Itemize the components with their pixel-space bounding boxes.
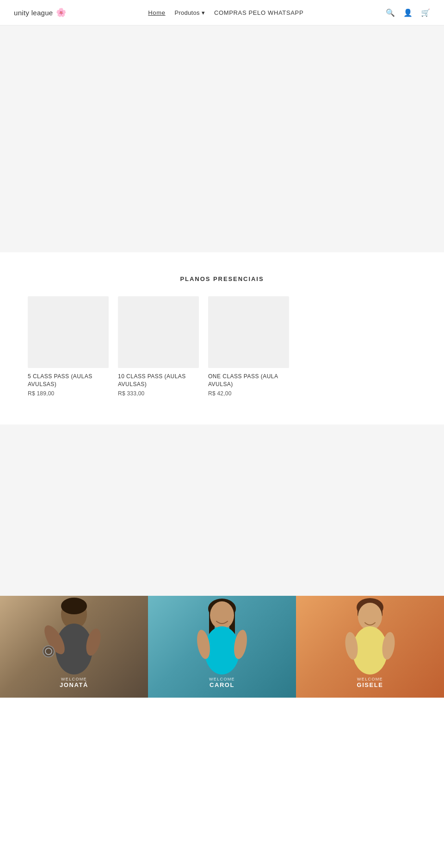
welcome-overlay-gisele: WELCOME GISELE	[296, 677, 444, 688]
search-icon: 🔍	[386, 8, 395, 17]
welcome-name: GISELE	[296, 681, 444, 688]
welcome-overlay-carol: WELCOME CAROL	[148, 677, 296, 688]
account-button[interactable]: 👤	[403, 8, 413, 17]
welcome-label: WELCOME	[148, 677, 296, 681]
cart-button[interactable]: 🛒	[421, 8, 430, 17]
product-card[interactable]: 5 CLASS PASS (Aulas avulsas) R$ 189,00	[28, 296, 109, 397]
cart-icon: 🛒	[421, 8, 430, 17]
product-image	[118, 296, 199, 368]
product-card[interactable]: 10 CLASS PASS (Aulas avulsas) R$ 333,00	[118, 296, 199, 397]
welcome-card-carol[interactable]: WELCOME CAROL	[148, 596, 296, 698]
welcome-card-jonata[interactable]: WELCOME JONATÁ	[0, 596, 148, 698]
jonata-figure	[0, 596, 148, 686]
nav-home[interactable]: Home	[148, 9, 165, 16]
product-price: R$ 189,00	[28, 390, 109, 397]
nav-produtos[interactable]: Produtos ▾	[175, 9, 205, 16]
carol-svg	[148, 596, 296, 686]
welcome-label: WELCOME	[0, 677, 148, 681]
welcome-section: WELCOME JONATÁ	[0, 596, 444, 698]
welcome-label: WELCOME	[296, 677, 444, 681]
product-name: 10 CLASS PASS (Aulas avulsas)	[118, 373, 199, 388]
welcome-card-gisele[interactable]: WELCOME GISELE	[296, 596, 444, 698]
account-icon: 👤	[403, 8, 413, 17]
product-image	[208, 296, 289, 368]
hero-banner	[0, 25, 444, 252]
logo[interactable]: unity league 🌸	[14, 7, 66, 18]
svg-point-11	[210, 601, 234, 629]
welcome-overlay-jonata: WELCOME JONATÁ	[0, 677, 148, 688]
search-button[interactable]: 🔍	[386, 8, 395, 17]
product-name: ONE CLASS PASS (Aula avulsa)	[208, 373, 289, 388]
site-header: unity league 🌸 Home Produtos ▾ COMPRAS P…	[0, 0, 444, 25]
product-price: R$ 42,00	[208, 390, 289, 397]
main-nav: Home Produtos ▾ COMPRAS PELO WHATSAPP	[148, 9, 303, 16]
logo-text: unity league	[14, 9, 53, 17]
welcome-name: CAROL	[148, 681, 296, 688]
product-card[interactable]: ONE CLASS PASS (Aula avulsa) R$ 42,00	[208, 296, 289, 397]
logo-icon: 🌸	[56, 7, 66, 18]
carol-figure	[148, 596, 296, 686]
product-name: 5 CLASS PASS (Aulas avulsas)	[28, 373, 109, 388]
products-section: PLANOS PRESENCIAIS 5 CLASS PASS (Aulas a…	[0, 252, 444, 425]
products-grid: 5 CLASS PASS (Aulas avulsas) R$ 189,00 1…	[28, 296, 416, 397]
section-title: PLANOS PRESENCIAIS	[28, 275, 416, 282]
svg-point-1	[61, 598, 87, 614]
banner-section-2	[0, 425, 444, 596]
product-image	[28, 296, 109, 368]
nav-whatsapp[interactable]: COMPRAS PELO WHATSAPP	[214, 9, 303, 16]
gisele-svg	[296, 596, 444, 686]
chevron-down-icon: ▾	[202, 9, 205, 16]
product-price: R$ 333,00	[118, 390, 199, 397]
svg-point-6	[43, 646, 54, 657]
header-icons: 🔍 👤 🛒	[386, 8, 430, 17]
gisele-figure	[296, 596, 444, 686]
welcome-name: JONATÁ	[0, 681, 148, 688]
jonata-svg	[0, 596, 148, 686]
